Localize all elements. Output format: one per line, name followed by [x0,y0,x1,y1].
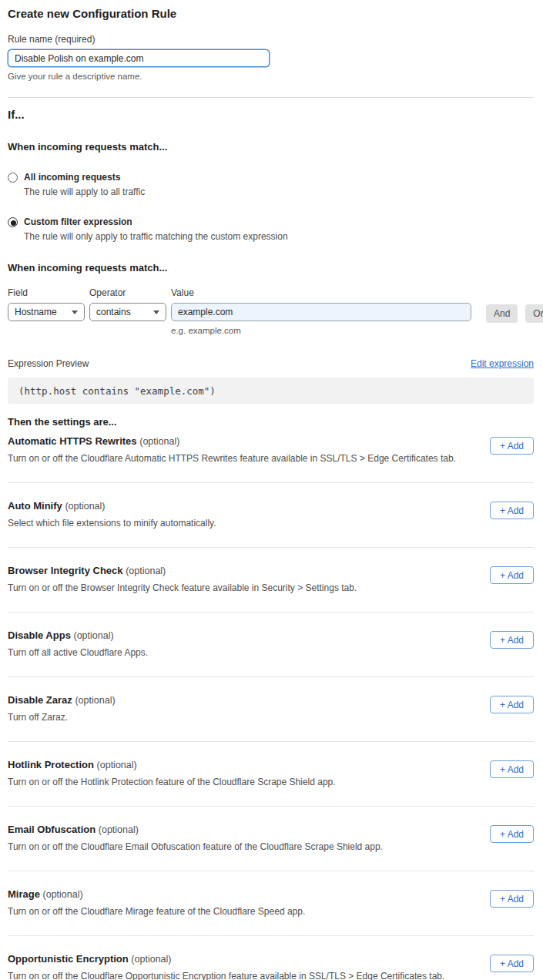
operator-select[interactable]: contains [89,303,166,321]
expression-builder-row: Field Hostname Operator contains Value e… [8,287,534,335]
setting-row: Email Obfuscation (optional) Turn on or … [8,807,534,871]
add-setting-button[interactable]: + Add [490,890,534,908]
and-button[interactable]: And [486,304,518,323]
value-column: Value e.g. example.com [171,287,471,335]
operator-label: Operator [89,287,166,298]
setting-row: Auto Minify (optional) Select which file… [8,483,534,548]
conjunction-buttons: And Or [486,304,543,323]
setting-row: Opportunistic Encryption (optional) Turn… [8,936,534,980]
field-select-value: Hostname [15,307,57,317]
add-setting-button[interactable]: + Add [490,760,534,778]
radio-description: The rule will only apply to traffic matc… [24,231,288,242]
add-setting-button[interactable]: + Add [490,696,534,713]
setting-optional-label: (optional) [65,501,105,512]
setting-row: Mirage (optional) Turn on or off the Clo… [8,871,534,936]
radio-label: All incoming requests [24,172,145,183]
operator-select-value: contains [96,307,131,317]
setting-optional-label: (optional) [139,436,179,447]
setting-name: Browser Integrity Check [8,565,123,576]
add-setting-button[interactable]: + Add [490,955,534,972]
expression-preview-code: (http.host contains "example.com") [8,378,534,404]
setting-optional-label: (optional) [43,889,83,900]
setting-name: Opportunistic Encryption [8,953,129,965]
value-label: Value [171,287,471,298]
setting-description: Turn on or off the Cloudflare Opportunis… [8,971,444,980]
setting-row: Hotlink Protection (optional) Turn on or… [8,742,534,807]
add-setting-button[interactable]: + Add [490,502,534,519]
setting-description: Turn off all active Cloudflare Apps. [8,647,148,658]
setting-optional-label: (optional) [126,566,166,576]
radio-label: Custom filter expression [24,216,288,227]
setting-optional-label: (optional) [99,824,139,835]
radio-button-selected[interactable] [8,217,18,227]
setting-name: Mirage [8,888,40,900]
setting-optional-label: (optional) [74,630,114,641]
setting-name: Disable Apps [8,629,71,641]
setting-name: Auto Minify [8,500,62,512]
rule-name-label: Rule name (required) [8,34,534,45]
radio-description: The rule will apply to all traffic [24,186,145,197]
setting-description: Turn on or off the Hotlink Protection fe… [8,777,336,787]
radio-option-custom-expression[interactable]: Custom filter expression The rule will o… [8,216,534,242]
chevron-down-icon [153,310,159,314]
chevron-down-icon [72,310,78,314]
value-input[interactable] [171,303,471,321]
add-setting-button[interactable]: + Add [490,566,534,584]
add-setting-button[interactable]: + Add [490,437,534,455]
setting-description: Turn on or off the Cloudflare Automatic … [8,453,456,464]
edit-expression-link[interactable]: Edit expression [471,358,534,369]
setting-row: Browser Integrity Check (optional) Turn … [8,548,534,612]
setting-description: Turn on or off the Browser Integrity Che… [8,582,357,593]
setting-description: Select which file extensions to minify a… [8,518,216,529]
setting-optional-label: (optional) [75,695,115,706]
or-button[interactable]: Or [525,304,543,323]
setting-name: Hotlink Protection [8,759,94,770]
field-label: Field [8,287,85,298]
expression-preview-label: Expression Preview [8,358,89,369]
setting-name: Disable Zaraz [8,694,72,706]
radio-button-unselected[interactable] [8,173,18,183]
field-select[interactable]: Hostname [8,303,85,321]
setting-description: Turn on or off the Cloudflare Mirage fea… [8,906,305,917]
match-heading: When incoming requests match... [8,141,534,153]
rule-name-help: Give your rule a descriptive name. [8,72,534,81]
settings-list: Automatic HTTPS Rewrites (optional) Turn… [8,428,534,980]
add-setting-button[interactable]: + Add [490,631,534,649]
field-column: Field Hostname [8,287,85,321]
setting-row: Automatic HTTPS Rewrites (optional) Turn… [8,428,534,483]
builder-heading: When incoming requests match... [8,262,534,274]
section-divider [8,97,534,98]
value-hint: e.g. example.com [171,326,471,335]
setting-description: Turn off Zaraz. [8,712,116,723]
setting-row: Disable Apps (optional) Turn off all act… [8,612,534,677]
setting-optional-label: (optional) [131,954,171,965]
rule-name-input[interactable] [8,49,270,67]
page-title: Create new Configuration Rule [8,7,534,20]
setting-optional-label: (optional) [97,760,137,770]
settings-heading: Then the settings are... [8,416,534,428]
rule-name-group: Rule name (required) Give your rule a de… [8,34,534,81]
radio-option-all-requests[interactable]: All incoming requests The rule will appl… [8,172,534,197]
setting-row: Disable Zaraz (optional) Turn off Zaraz.… [8,677,534,742]
operator-column: Operator contains [89,287,166,321]
setting-name: Automatic HTTPS Rewrites [8,435,137,447]
expression-preview-header: Expression Preview Edit expression [8,358,534,369]
setting-name: Email Obfuscation [8,824,96,835]
if-heading: If... [8,108,534,121]
setting-description: Turn on or off the Cloudflare Email Obfu… [8,841,383,852]
add-setting-button[interactable]: + Add [490,825,534,843]
